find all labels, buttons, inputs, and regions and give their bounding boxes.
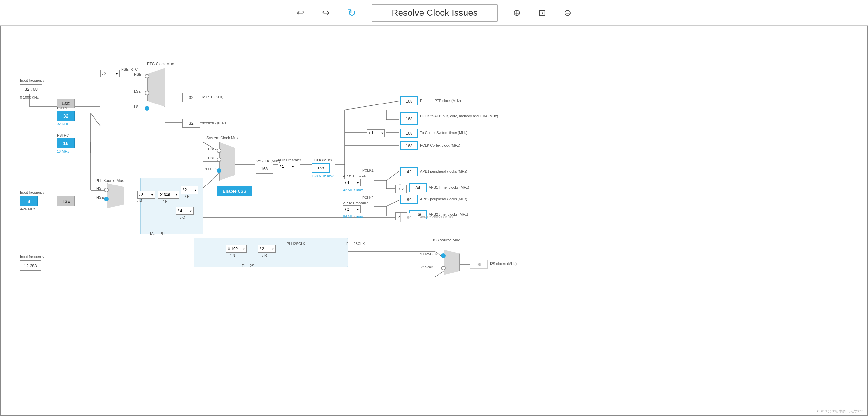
pll-hsi-radio[interactable] bbox=[104, 188, 108, 192]
hse-div2-dropdown[interactable]: / 2 bbox=[100, 70, 120, 77]
apb1-timer-label: APB1 Timer clocks (MHz) bbox=[429, 186, 469, 189]
fclk-label: FCLK Cortex clock (MHz) bbox=[420, 143, 460, 147]
svg-line-25 bbox=[345, 101, 399, 110]
sysclk-label: SYSCLK (MHz) bbox=[255, 159, 280, 163]
hclk-ahb-value: 168 bbox=[400, 112, 418, 125]
rtc-clock-mux-label: RTC Clock Mux bbox=[147, 62, 174, 66]
rtc-mux-lsi-radio[interactable] bbox=[145, 106, 149, 110]
lse-range-label: 0-1000 KHz bbox=[20, 95, 38, 99]
sys-hsi-label: HSI bbox=[208, 147, 214, 151]
div4q-dropdown[interactable]: / 4 bbox=[176, 207, 193, 215]
plli2sclk-label2: PLLI2SCLK bbox=[346, 242, 365, 246]
mhz48-label: 48MHz clocks (MHz) bbox=[420, 215, 453, 219]
x192-dropdown[interactable]: X 192 bbox=[226, 245, 247, 253]
pll-source-mux bbox=[107, 183, 124, 208]
pll-hsi-label: HSI bbox=[96, 187, 102, 190]
lse-freq-value: 32.768 bbox=[20, 84, 42, 94]
apb1-x2-block: X 2 bbox=[396, 185, 407, 193]
lsi-mux-label: LSI bbox=[134, 105, 140, 109]
rtc-mux-hse-radio[interactable] bbox=[145, 74, 149, 78]
pll-hse-radio[interactable] bbox=[104, 197, 108, 201]
r-label: / R bbox=[262, 253, 267, 257]
plli2s-label: PLLI2S bbox=[242, 264, 254, 268]
rtc-mux bbox=[147, 68, 165, 107]
fit-button[interactable]: ⊡ bbox=[536, 5, 549, 21]
ethernet-ptp-value: 168 bbox=[400, 96, 418, 105]
i2s-mux bbox=[444, 250, 460, 275]
main-pll-label: Main PLL bbox=[150, 231, 166, 236]
hsi-mhz-label: 16 MHz bbox=[57, 150, 69, 153]
zoom-out-button[interactable]: ⊖ bbox=[561, 5, 574, 21]
sys-mux-hsi-radio[interactable] bbox=[217, 149, 221, 153]
redo-button[interactable]: ↪ bbox=[319, 5, 332, 21]
svg-line-16 bbox=[202, 173, 219, 190]
i2s-mux-plli2s-radio[interactable] bbox=[441, 253, 445, 258]
apb1-periph-label: APB1 peripheral clocks (MHz) bbox=[420, 169, 467, 173]
sys-mux-pll-radio[interactable] bbox=[217, 168, 221, 173]
m-label: / M bbox=[137, 199, 142, 202]
apb1-prescaler-label: APB1 Prescaler bbox=[343, 174, 368, 178]
zoom-in-button[interactable]: ⊕ bbox=[510, 5, 523, 21]
hclk-value-block: 168 bbox=[312, 163, 330, 173]
to-rtc-label: To RTC (KHz) bbox=[202, 95, 223, 99]
apb2-periph-value: 84 bbox=[400, 195, 418, 204]
pll-hse-label: HSE bbox=[96, 195, 104, 199]
apb2-prescaler-label: APB2 Prescaler bbox=[343, 201, 368, 205]
toolbar: ↩ ↪ ↻ Resolve Clock Issues ⊕ ⊡ ⊖ bbox=[0, 0, 868, 26]
connector-lines bbox=[1, 26, 867, 415]
svg-line-38 bbox=[386, 200, 399, 206]
apb1-div-dropdown[interactable]: / 4 bbox=[343, 179, 361, 187]
i2s-plli2sclk-label: PLLI2SCLK bbox=[418, 252, 437, 256]
apb1-periph-value: 42 bbox=[400, 167, 418, 176]
div2r-dropdown[interactable]: / 2 bbox=[258, 245, 276, 253]
i2s-clocks-label: I2S clocks (MHz) bbox=[490, 262, 517, 265]
undo-button[interactable]: ↩ bbox=[294, 5, 307, 21]
n-label: * N bbox=[163, 199, 167, 203]
hsi-value-block: 16 bbox=[57, 138, 74, 148]
system-clock-mux-label: System Clock Mux bbox=[207, 136, 238, 140]
fclk-value: 168 bbox=[400, 141, 418, 150]
hsi-rc-label: HSI RC bbox=[57, 133, 69, 137]
sys-pllclk-label: PLLCLK bbox=[204, 167, 217, 171]
cortex-timer-label: To Cortex System timer (MHz) bbox=[420, 131, 467, 135]
svg-line-5 bbox=[91, 113, 100, 126]
hse-range-label: 4-26 MHz bbox=[20, 207, 35, 211]
q-label: / Q bbox=[180, 215, 185, 219]
apb1-max-label: 42 MHz max bbox=[343, 188, 363, 192]
ahb-div-dropdown[interactable]: / 1 bbox=[278, 163, 296, 170]
ethernet-ptp-label: Ethernet PTP clock (MHz) bbox=[420, 99, 461, 102]
iwdg-value-block: 32 bbox=[182, 119, 200, 128]
watermark: CSDN @黑暗中的一束光2021 bbox=[817, 409, 864, 414]
input-freq-hse-label: Input frequency bbox=[20, 190, 44, 194]
x336-dropdown[interactable]: X 336 bbox=[158, 191, 179, 199]
sys-mux-hse-radio[interactable] bbox=[217, 158, 221, 162]
hse-rtc-mux-label: HSE bbox=[134, 72, 142, 76]
hclk-ahb-label: HCLK to AHB bus, core, memory and DMA (M… bbox=[420, 114, 498, 118]
input-freq-bottom-label: Input frequency bbox=[20, 255, 44, 258]
div8-dropdown[interactable]: / 8 bbox=[137, 191, 155, 199]
rtc-mux-lse-radio[interactable] bbox=[145, 91, 149, 95]
hclk-max-label: 168 MHz max bbox=[312, 174, 334, 178]
div2p-dropdown[interactable]: / 2 bbox=[181, 186, 198, 194]
p-label: / P bbox=[185, 194, 189, 198]
pll-source-mux-label: PLL Source Mux bbox=[95, 179, 124, 183]
sysclk-value-block: 168 bbox=[255, 164, 273, 173]
diagram-area: Input frequency 32.768 0-1000 KHz LSE LS… bbox=[0, 26, 868, 416]
apb2-periph-label: APB2 peripheral clocks (MHz) bbox=[420, 197, 467, 201]
i2s-mux-ext-radio[interactable] bbox=[441, 266, 445, 270]
system-mux bbox=[219, 142, 235, 181]
refresh-button[interactable]: ↻ bbox=[345, 4, 359, 22]
cortex-timer-value: 168 bbox=[400, 129, 418, 137]
hse-rtc-label: HSE_RTC bbox=[121, 67, 137, 71]
plli2sclk-label1: PLLI2SCLK bbox=[287, 242, 305, 246]
rtc-value-block: 32 bbox=[182, 93, 200, 102]
resolve-clock-title: Resolve Clock Issues bbox=[372, 4, 498, 22]
i2s-source-mux-label: I2S source Mux bbox=[433, 238, 460, 243]
apb2-div-dropdown[interactable]: / 2 bbox=[343, 205, 361, 213]
cortex-div1-dropdown[interactable]: / 1 bbox=[367, 129, 385, 137]
pclk2-label: PCLK2 bbox=[362, 196, 374, 200]
hse-block: HSE bbox=[57, 196, 74, 206]
lse-mux-label: LSE bbox=[134, 89, 141, 93]
enable-css-button[interactable]: Enable CSS bbox=[217, 186, 252, 196]
svg-line-32 bbox=[386, 171, 399, 181]
